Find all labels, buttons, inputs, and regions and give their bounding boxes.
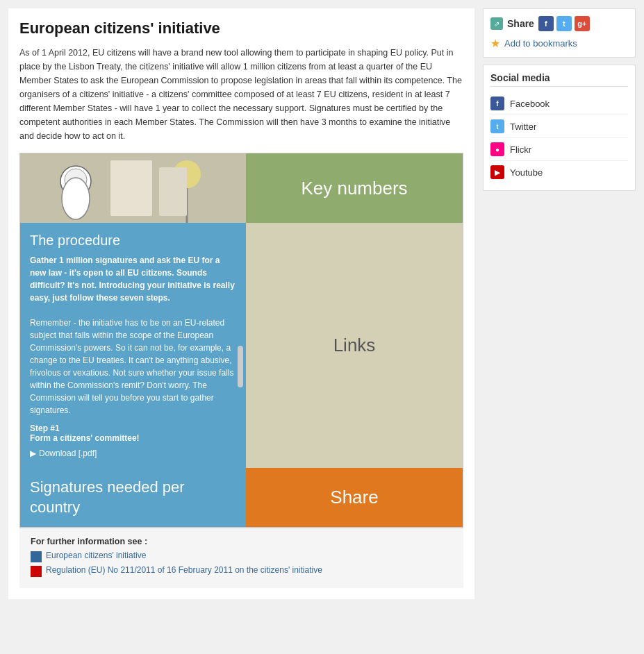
social-item-twitter[interactable]: t Twitter [490, 115, 628, 138]
key-numbers-box[interactable]: Key numbers [246, 153, 463, 223]
procedure-box: The procedure Gather 1 million signature… [20, 223, 246, 468]
procedure-strong: Gather 1 million signatures and ask the … [30, 255, 235, 303]
further-info-label: For further information see : [31, 537, 452, 546]
share-title: Share [330, 487, 378, 508]
intro-text: As of 1 April 2012, EU citizens will hav… [19, 46, 463, 143]
key-numbers-title: Key numbers [301, 178, 407, 199]
download-label: Download [.pdf] [39, 448, 97, 458]
share-header: ⇗ Share f t g+ [490, 16, 628, 31]
youtube-label: Youtube [510, 167, 543, 178]
social-buttons: f t g+ [538, 16, 590, 31]
page-title: European citizens' initiative [19, 19, 463, 37]
download-icon: ▶ [30, 448, 36, 458]
link-regulation[interactable]: Regulation (EU) No 211/2011 of 16 Februa… [46, 565, 322, 575]
youtube-icon: ▶ [490, 165, 504, 179]
share-icon: ⇗ [490, 17, 503, 30]
scroll-indicator[interactable] [238, 346, 243, 387]
svg-rect-7 [110, 160, 152, 216]
download-link[interactable]: ▶ Download [.pdf] [30, 448, 236, 458]
link-eci[interactable]: European citizens' initiative [46, 551, 146, 560]
sidebar-social-box: Social media f Facebook t Twitter ● Flic… [483, 65, 636, 191]
procedure-normal: Remember - the initiative has to be on a… [30, 318, 233, 415]
share-header-label: Share [507, 18, 534, 29]
list-item-1: European citizens' initiative [31, 551, 452, 562]
social-media-title: Social media [490, 72, 628, 87]
social-item-facebook[interactable]: f Facebook [490, 92, 628, 115]
pdf-icon [31, 566, 42, 577]
facebook-label: Facebook [510, 99, 550, 109]
step-number: Step #1 [30, 424, 60, 433]
share-twitter-btn[interactable]: t [556, 16, 572, 31]
main-content: European citizens' initiative As of 1 Ap… [8, 8, 474, 599]
share-box[interactable]: Share [246, 468, 463, 527]
hero-svg [20, 153, 246, 223]
signatures-title: Signatures needed per country [30, 478, 236, 517]
signatures-box[interactable]: Signatures needed per country [20, 468, 246, 527]
further-info-list: European citizens' initiative Regulation… [31, 551, 452, 577]
flickr-icon: ● [490, 142, 504, 156]
share-gplus-btn[interactable]: g+ [575, 16, 590, 31]
procedure-title: The procedure [30, 233, 236, 249]
header-image [20, 153, 246, 223]
svg-rect-8 [159, 167, 187, 216]
bookmark-label: Add to bookmarks [504, 38, 577, 49]
sidebar: ⇗ Share f t g+ ★ Add to bookmarks Social… [483, 8, 636, 599]
list-item-2: Regulation (EU) No 211/2011 of 16 Februa… [31, 565, 452, 577]
further-info: For further information see : European c… [19, 528, 463, 588]
procedure-body: Gather 1 million signatures and ask the … [30, 254, 236, 417]
bookmark-row[interactable]: ★ Add to bookmarks [490, 37, 628, 50]
star-icon: ★ [490, 37, 500, 50]
sidebar-share-box: ⇗ Share f t g+ ★ Add to bookmarks [483, 8, 636, 58]
procedure-scroll[interactable]: Gather 1 million signatures and ask the … [30, 254, 236, 458]
flickr-label: Flickr [510, 144, 531, 155]
content-grid: Key numbers The procedure Gather 1 milli… [19, 153, 463, 528]
step-action: Form a citizens' committee! [30, 433, 140, 443]
eu-icon [31, 551, 42, 562]
links-title: Links [333, 335, 376, 356]
twitter-label: Twitter [510, 121, 536, 132]
share-facebook-btn[interactable]: f [538, 16, 554, 31]
social-item-youtube[interactable]: ▶ Youtube [490, 161, 628, 183]
image-inner [20, 153, 246, 223]
social-item-flickr[interactable]: ● Flickr [490, 138, 628, 161]
facebook-icon: f [490, 97, 504, 110]
svg-point-6 [62, 178, 90, 219]
procedure-step: Step #1 Form a citizens' committee! [30, 424, 236, 443]
social-media-list: f Facebook t Twitter ● Flickr ▶ Youtube [490, 92, 628, 183]
links-box[interactable]: Links [246, 223, 463, 468]
twitter-icon: t [490, 119, 504, 133]
